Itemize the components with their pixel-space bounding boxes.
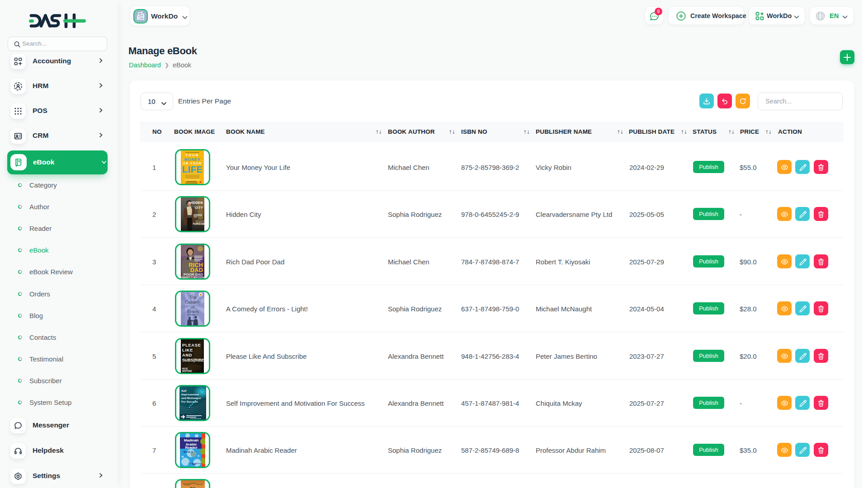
svg-text:For Success: For Success xyxy=(181,400,198,403)
svg-text:The: The xyxy=(190,295,197,300)
svg-text:By M G Lawson: By M G Lawson xyxy=(193,223,204,225)
svg-text:AND: AND xyxy=(182,353,192,357)
svg-text:Self: Self xyxy=(181,389,187,392)
svg-text:BERTINO: BERTINO xyxy=(182,370,192,372)
svg-text:MONEY: MONEY xyxy=(184,157,201,162)
svg-text:SUBS(RIBE: SUBS(RIBE xyxy=(182,358,204,362)
svg-text:YOUR: YOUR xyxy=(185,154,199,157)
svg-text:LIKE: LIKE xyxy=(182,348,193,352)
svg-text:Comedy: Comedy xyxy=(185,300,201,305)
svg-text:Dr V Abdur Rahim: Dr V Abdur Rahim xyxy=(188,463,201,465)
svg-text:Errors: Errors xyxy=(187,309,199,314)
svg-text:Reader: Reader xyxy=(185,446,197,450)
svg-text:and Motivation: and Motivation xyxy=(181,396,201,399)
svg-text:Improvement: Improvement xyxy=(181,393,199,396)
svg-text:CITY: CITY xyxy=(195,206,203,210)
svg-text:HIDDEN: HIDDEN xyxy=(189,201,203,205)
svg-text:LIFE: LIFE xyxy=(182,164,203,174)
svg-text:ROBERT T. KIYOSAKI: ROBERT T. KIYOSAKI xyxy=(181,276,204,278)
svg-text:Book 1: Book 1 xyxy=(184,450,193,453)
svg-text:PLEASE: PLEASE xyxy=(182,343,201,347)
svg-text:of: of xyxy=(191,305,195,309)
